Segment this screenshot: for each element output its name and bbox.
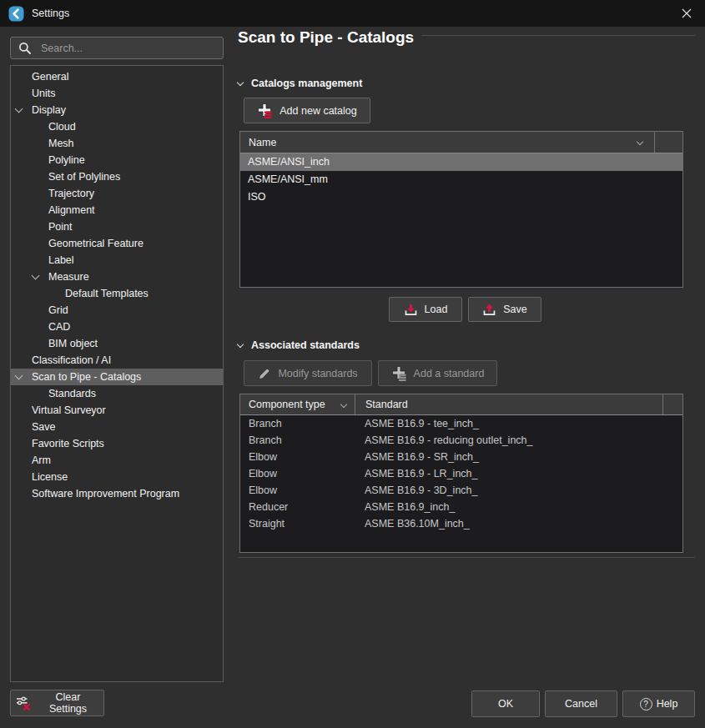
sidebar-item-cad[interactable]: CAD: [11, 319, 223, 335]
settings-window: Settings GeneralUnitsDisplayCloudMeshPol…: [0, 0, 705, 728]
standards-table: Component type Standard BranchASME B16.9…: [239, 394, 683, 553]
ok-button[interactable]: OK: [471, 690, 540, 717]
sidebar-item-geometrical-feature[interactable]: Geometrical Feature: [11, 235, 223, 252]
sidebar-item-label: Polyline: [48, 154, 85, 166]
standard-row-straight-asme-b36-10m-inch[interactable]: StraightASME B36.10M_inch_: [240, 515, 682, 532]
standard-row-elbow-asme-b16-9-3d-inch[interactable]: ElbowASME B16.9 - 3D_inch_: [240, 482, 682, 499]
column-header-component-type[interactable]: Component type: [240, 394, 355, 414]
sort-chevron-down-icon: [637, 138, 644, 146]
divider: [238, 557, 695, 558]
section-title: Associated standards: [251, 339, 360, 351]
clear-settings-label: Clear Settings: [38, 691, 98, 715]
standard-row-branch-asme-b16-9-reducing-outlet-inch[interactable]: BranchASME B16.9 - reducing outlet_inch_: [240, 432, 682, 449]
sidebar-item-label: Label: [48, 254, 74, 266]
add-standard-button[interactable]: Add a standard: [378, 360, 497, 386]
titlebar: Settings: [0, 0, 705, 27]
help-button[interactable]: ? Help: [622, 690, 695, 717]
standard-cell: ASME B16.9 - LR_inch_: [355, 465, 478, 482]
component-type-cell: Reducer: [240, 499, 355, 515]
add-icon: [391, 365, 407, 381]
sidebar-item-units[interactable]: Units: [11, 85, 223, 102]
component-type-cell: Straight: [240, 515, 355, 532]
sidebar-item-measure[interactable]: Measure: [11, 269, 223, 285]
catalog-row-asme-ansi-inch[interactable]: ASME/ANSI_inch: [240, 153, 682, 171]
modify-standards-button[interactable]: Modify standards: [244, 360, 372, 386]
sidebar-item-software-improvement-program[interactable]: Software Improvement Program: [11, 485, 223, 502]
column-header-name[interactable]: Name: [240, 132, 654, 153]
sidebar-item-label: Default Templates: [65, 288, 149, 299]
sidebar-item-classification-ai[interactable]: Classification / AI: [11, 352, 223, 369]
section-collapse-chevron-down-icon[interactable]: [237, 342, 244, 349]
sidebar-item-arm[interactable]: Arm: [11, 452, 223, 469]
column-header-standard[interactable]: Standard: [355, 394, 662, 414]
chevron-down-icon[interactable]: [15, 106, 23, 113]
upload-icon: [482, 303, 496, 317]
sidebar-item-label[interactable]: Label: [11, 252, 223, 269]
sidebar-item-default-templates[interactable]: Default Templates: [11, 285, 223, 302]
sidebar-item-alignment[interactable]: Alignment: [11, 202, 223, 218]
sidebar-item-display[interactable]: Display: [11, 102, 223, 118]
sidebar-item-label: Measure: [48, 271, 89, 283]
sidebar-item-favorite-scripts[interactable]: Favorite Scripts: [11, 435, 223, 452]
sidebar-item-label: Mesh: [48, 138, 74, 149]
close-button[interactable]: [676, 4, 697, 23]
clear-settings-icon: [16, 695, 31, 710]
sidebar-item-label: Point: [48, 221, 73, 233]
sidebar-item-label: BIM object: [48, 338, 98, 349]
sidebar-item-standards[interactable]: Standards: [11, 385, 223, 402]
add-icon: [257, 103, 273, 118]
catalog-row-iso[interactable]: ISO: [240, 188, 682, 206]
sidebar-item-label: Software Improvement Program: [32, 488, 179, 500]
sidebar-item-scan-to-pipe-catalogs[interactable]: Scan to Pipe - Catalogs: [11, 369, 223, 385]
sidebar-item-label: Cloud: [48, 121, 76, 133]
page-title: Scan to Pipe - Catalogs: [238, 28, 414, 47]
search-input[interactable]: [39, 42, 215, 55]
standard-row-elbow-asme-b16-9-sr-inch[interactable]: ElbowASME B16.9 - SR_inch_: [240, 449, 682, 465]
sidebar-item-label: Display: [32, 104, 66, 116]
sidebar-item-cloud[interactable]: Cloud: [11, 118, 223, 135]
save-label: Save: [503, 304, 527, 315]
catalog-row-asme-ansi-mm[interactable]: ASME/ANSI_mm: [240, 171, 682, 188]
standard-cell: ASME B16.9_inch_: [355, 499, 455, 515]
download-icon: [404, 303, 418, 317]
standard-row-branch-asme-b16-9-tee-inch[interactable]: BranchASME B16.9 - tee_inch_: [240, 415, 682, 432]
sidebar-item-grid[interactable]: Grid: [11, 302, 223, 319]
section-header-catalogs-management: Catalogs management: [237, 78, 362, 89]
sidebar-item-virtual-surveyor[interactable]: Virtual Surveyor: [11, 402, 223, 419]
sidebar-item-label: Standards: [48, 388, 96, 399]
sidebar-item-polyline[interactable]: Polyline: [11, 152, 223, 168]
standard-row-elbow-asme-b16-9-lr-inch[interactable]: ElbowASME B16.9 - LR_inch_: [240, 465, 682, 482]
component-type-cell: Elbow: [240, 449, 355, 465]
sidebar-item-label: General: [32, 71, 68, 83]
chevron-down-icon[interactable]: [15, 373, 23, 380]
sidebar-item-mesh[interactable]: Mesh: [11, 135, 223, 152]
column-header-extra: [662, 394, 682, 414]
sidebar-item-label: Favorite Scripts: [32, 438, 104, 449]
sidebar-item-label: License: [32, 471, 68, 483]
add-new-catalog-label: Add new catalog: [279, 105, 356, 117]
catalogs-table: Name ASME/ANSI_inchASME/ANSI_mmISO: [239, 131, 683, 288]
chevron-down-icon[interactable]: [32, 273, 39, 280]
sidebar-item-general[interactable]: General: [11, 68, 223, 85]
search-icon: [18, 42, 32, 55]
clear-settings-button[interactable]: Clear Settings: [10, 690, 104, 716]
sidebar-item-license[interactable]: License: [11, 469, 223, 485]
component-type-cell: Elbow: [240, 482, 355, 499]
add-new-catalog-button[interactable]: Add new catalog: [244, 98, 370, 123]
sidebar-item-label: Arm: [32, 454, 51, 466]
sidebar-item-bim-object[interactable]: BIM object: [11, 335, 223, 352]
component-type-cell: Elbow: [240, 465, 355, 482]
divider: [421, 35, 695, 36]
save-button[interactable]: Save: [468, 297, 541, 322]
load-button[interactable]: Load: [389, 297, 462, 322]
sidebar-item-point[interactable]: Point: [11, 218, 223, 235]
section-collapse-chevron-down-icon[interactable]: [237, 80, 244, 88]
sidebar-item-trajectory[interactable]: Trajectory: [11, 185, 223, 202]
standard-row-reducer-asme-b16-9-inch[interactable]: ReducerASME B16.9_inch_: [240, 499, 682, 515]
sidebar-item-set-of-polylines[interactable]: Set of Polylines: [11, 168, 223, 185]
standards-table-header: Component type Standard: [240, 394, 682, 415]
cancel-button[interactable]: Cancel: [545, 690, 617, 717]
sidebar-item-save[interactable]: Save: [11, 419, 223, 435]
sidebar-item-label: Geometrical Feature: [48, 238, 144, 249]
sort-chevron-down-icon: [340, 401, 348, 409]
